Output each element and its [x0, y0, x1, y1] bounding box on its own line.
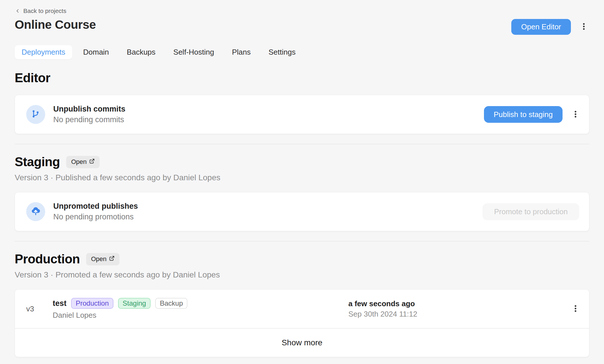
project-menu-button[interactable] [578, 20, 589, 33]
staging-heading-row: Staging Open [15, 155, 589, 169]
open-production-button[interactable]: Open [86, 253, 119, 265]
publish-menu-button[interactable] [570, 108, 581, 121]
tab-bar: Deployments Domain Backups Self-Hosting … [15, 45, 589, 59]
unpublished-commits-card: Unpublish commits No pending commits Pub… [15, 95, 589, 134]
card-subtitle: No pending promotions [53, 212, 138, 221]
timestamp-block: a few seconds ago Sep 30th 2024 11:12 [348, 299, 570, 319]
icon-circle [26, 105, 45, 124]
version-label: v3 [26, 304, 44, 313]
editor-section-heading: Editor [15, 71, 589, 85]
deployments-table-card: v3 test Production Staging Backup Daniel… [15, 289, 589, 357]
tab-deployments[interactable]: Deployments [15, 45, 72, 59]
kebab-icon [571, 304, 580, 314]
chevron-left-icon [15, 8, 20, 14]
open-staging-button[interactable]: Open [66, 156, 100, 168]
absolute-time: Sep 30th 2024 11:12 [348, 310, 570, 319]
tab-domain[interactable]: Domain [76, 45, 116, 59]
unpromoted-publishes-card: Unpromoted publishes No pending promotio… [15, 192, 589, 231]
show-more-row: Show more [15, 328, 589, 357]
production-heading-row: Production Open [15, 252, 589, 266]
open-production-label: Open [91, 255, 107, 263]
tab-self-hosting[interactable]: Self-Hosting [166, 45, 221, 59]
table-row: v3 test Production Staging Backup Daniel… [15, 290, 589, 328]
card-title: Unpromoted publishes [53, 202, 138, 211]
open-editor-button[interactable]: Open Editor [511, 19, 571, 35]
production-meta: Version 3 · Promoted a few seconds ago b… [15, 270, 589, 279]
show-more-button[interactable]: Show more [282, 338, 322, 347]
promote-to-production-button[interactable]: Promote to production [483, 203, 579, 220]
project-deployments-page: Back to projects Online Course Open Edit… [0, 0, 604, 357]
author-label: Daniel Lopes [53, 311, 187, 320]
production-section-heading: Production [15, 252, 80, 266]
card-text: Unpublish commits No pending commits [53, 105, 126, 124]
header-actions: Open Editor [511, 19, 589, 35]
card-subtitle: No pending commits [53, 115, 126, 124]
section-divider [15, 241, 589, 242]
card-title: Unpublish commits [53, 105, 126, 114]
kebab-icon [580, 22, 588, 32]
kebab-icon [571, 109, 580, 120]
deployment-name: test [53, 299, 67, 308]
production-badge: Production [71, 298, 113, 309]
tab-plans[interactable]: Plans [225, 45, 258, 59]
back-to-projects-link[interactable]: Back to projects [15, 7, 66, 14]
section-divider [15, 144, 589, 144]
git-branch-icon [31, 109, 40, 120]
editor-section: Editor Unpublish commits No pending comm… [15, 71, 589, 134]
row-name-line: test Production Staging Backup [53, 298, 187, 309]
staging-section-heading: Staging [15, 155, 60, 169]
staging-section: Staging Open Version 3 · Published a few… [15, 155, 589, 231]
staging-badge: Staging [118, 298, 151, 309]
tab-backups[interactable]: Backups [120, 45, 162, 59]
publish-to-staging-button[interactable]: Publish to staging [484, 106, 563, 123]
staging-meta: Version 3 · Published a few seconds ago … [15, 173, 589, 182]
icon-circle [26, 202, 45, 221]
backup-badge: Backup [155, 298, 187, 309]
relative-time: a few seconds ago [348, 299, 570, 308]
page-title: Online Course [15, 18, 96, 32]
production-section: Production Open Version 3 · Promoted a f… [15, 252, 589, 357]
cloud-upload-icon [31, 206, 41, 217]
row-main: test Production Staging Backup Daniel Lo… [53, 298, 187, 320]
open-staging-label: Open [71, 158, 87, 166]
back-link-label: Back to projects [23, 7, 66, 14]
external-link-icon [89, 158, 95, 166]
card-text: Unpromoted publishes No pending promotio… [53, 202, 138, 221]
row-menu-button[interactable] [570, 302, 581, 315]
external-link-icon [109, 255, 115, 263]
tab-settings[interactable]: Settings [262, 45, 303, 59]
header-row: Online Course Open Editor [15, 18, 589, 35]
